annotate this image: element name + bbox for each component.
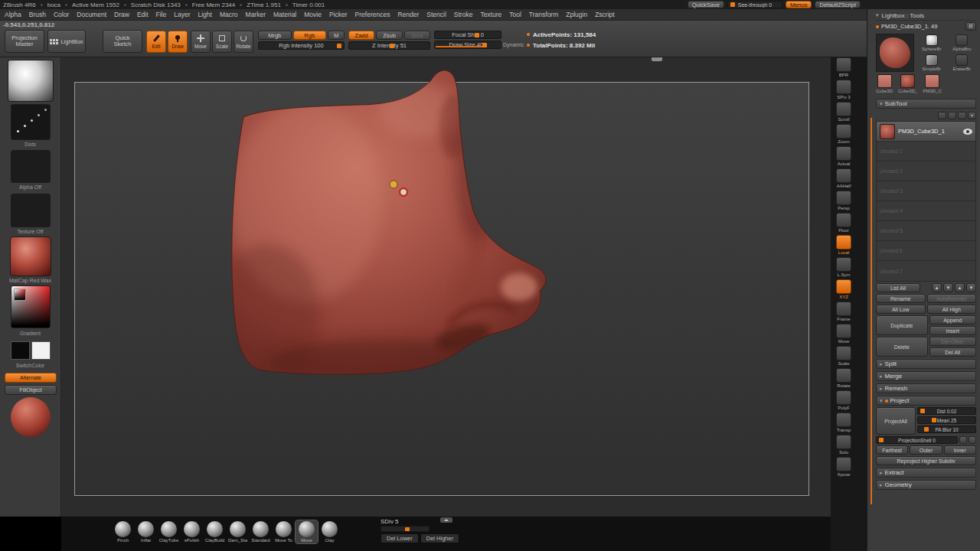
color-picker-inner-swatch[interactable] <box>14 289 26 301</box>
del-higher-button[interactable]: Del Higher <box>420 533 459 543</box>
brush-quick-item[interactable]: Inflat <box>135 520 157 543</box>
z-intensity-slider[interactable]: Z Intensity 51 <box>348 41 430 50</box>
draw-size-knob[interactable] <box>482 43 487 47</box>
brush-quick-item[interactable]: Clay <box>318 520 341 543</box>
projection-shell-slider[interactable]: ProjectionShell 0 <box>876 436 958 444</box>
right-shelf-item[interactable]: Move <box>832 324 855 344</box>
menu-item[interactable]: Transform <box>529 11 558 18</box>
sculpt-model[interactable] <box>61 57 831 517</box>
rgb-intensity-slider[interactable]: Rgb Intensity 100 <box>258 41 345 50</box>
menu-item[interactable]: Picker <box>329 11 348 18</box>
insert-button[interactable]: Insert <box>929 326 977 335</box>
subtool-row[interactable]: Unused 6 <box>877 241 975 261</box>
project-all-button[interactable]: ProjectAll <box>876 407 916 435</box>
switch-color-secondary-swatch[interactable] <box>31 341 51 360</box>
delete-button[interactable]: Delete <box>876 337 928 357</box>
lightbox-button[interactable]: LightBox <box>47 30 86 53</box>
z-intensity-knob[interactable] <box>390 44 394 48</box>
see-through-knob[interactable] <box>730 2 735 7</box>
quick-tool-item[interactable]: SphereBr <box>917 34 946 52</box>
geometry-section-header[interactable]: ▸ Geometry <box>876 480 976 490</box>
draw-button[interactable]: Draw <box>168 31 188 53</box>
right-shelf-item[interactable]: PolyF <box>832 390 855 410</box>
right-shelf-item[interactable]: Local <box>832 235 855 255</box>
subtool-row[interactable]: Unused 4 <box>877 201 975 221</box>
recent-tool-item[interactable]: PM3D_C <box>923 74 941 93</box>
menu-item[interactable]: Zplugin <box>566 11 587 18</box>
rgb-intensity-knob[interactable] <box>337 44 341 48</box>
rename-button[interactable]: Rename <box>876 294 926 303</box>
current-material-thumbnail[interactable] <box>10 236 51 276</box>
menu-item[interactable]: Stroke <box>454 11 473 18</box>
autoreorder-button[interactable]: AutoReorder <box>927 294 977 303</box>
quick-tool-item[interactable]: AlphaBru <box>948 34 977 52</box>
menu-item[interactable]: Preferences <box>355 11 390 18</box>
brush-quick-item[interactable]: ClayTube <box>158 520 180 543</box>
pa-blur-slider[interactable]: PA Blur 10 <box>917 425 976 433</box>
duplicate-button[interactable]: Duplicate <box>876 315 928 335</box>
mean-knob[interactable] <box>932 418 936 422</box>
brush-quick-item[interactable]: Pinch <box>112 520 134 543</box>
default-zscript-button[interactable]: DefaultZScript <box>815 1 861 8</box>
move-button[interactable]: Move <box>191 31 211 53</box>
outer-button[interactable]: Outer <box>910 445 942 455</box>
menu-item[interactable]: Marker <box>246 11 266 18</box>
right-shelf-item[interactable]: BPR <box>832 57 855 77</box>
mrgb-button[interactable]: Mrgb <box>258 31 292 40</box>
recent-tool-item[interactable]: Cube3D <box>876 74 893 93</box>
menu-item[interactable]: Light <box>198 11 212 18</box>
scale-button[interactable]: Scale <box>212 31 232 53</box>
merge-section-header[interactable]: ▸ Merge <box>876 371 976 381</box>
rotate-button[interactable]: Rotate <box>234 31 253 53</box>
tray-header[interactable]: ▾ Lightbox : Tools <box>876 11 976 21</box>
canvas-top-divider-handle[interactable] <box>652 57 662 61</box>
right-shelf-item[interactable]: Frame <box>832 302 855 321</box>
del-all-button[interactable]: Del All <box>929 347 977 357</box>
brush-quick-item[interactable]: ClayBuild <box>204 520 226 543</box>
see-through-slider[interactable]: See-through 0 <box>727 1 782 8</box>
right-shelf-item[interactable]: Rotate <box>832 368 855 388</box>
brush-quick-item[interactable]: Move <box>296 520 318 543</box>
dynamic-toggle[interactable]: Dynamic <box>503 41 524 49</box>
shell-mode-button-2[interactable] <box>969 436 976 444</box>
del-lower-button[interactable]: Del Lower <box>381 533 419 543</box>
zadd-button[interactable]: Zadd <box>348 31 374 40</box>
draw-size-slider[interactable]: Draw Size 401 <box>434 41 501 49</box>
all-low-button[interactable]: All Low <box>876 305 926 314</box>
menu-item[interactable]: Alpha <box>5 11 21 18</box>
menu-item[interactable]: Color <box>54 11 69 18</box>
list-all-button[interactable]: List All <box>876 283 920 292</box>
right-shelf-item[interactable]: Actual <box>832 146 855 166</box>
subtool-row[interactable]: Unused 5 <box>877 221 975 241</box>
menu-item[interactable]: Stencil <box>426 11 446 18</box>
document-canvas[interactable] <box>61 57 831 517</box>
visibility-eye-icon[interactable] <box>963 129 972 135</box>
subtool-move-down-button[interactable]: ▼ <box>966 283 976 292</box>
subtool-row[interactable]: Unused 7 <box>877 261 975 281</box>
m-button[interactable]: M <box>328 31 345 40</box>
subtool-row[interactable]: PM3D_Cube3D_1 <box>877 122 975 142</box>
right-shelf-item[interactable]: L.Sym <box>832 257 855 277</box>
right-shelf-item[interactable]: Xpose <box>832 457 855 477</box>
subtool-row[interactable]: Unused 1 <box>877 142 975 161</box>
subtool-section-header[interactable]: ▾ SubTool <box>876 99 976 109</box>
right-shelf-item[interactable]: SPix 3 <box>832 80 855 99</box>
mean-slider[interactable]: Mean 25 <box>917 416 976 424</box>
menu-item[interactable]: Texture <box>480 11 501 18</box>
extract-section-header[interactable]: ▸ Extract <box>876 468 976 478</box>
brush-quick-item[interactable]: Move To <box>273 520 295 543</box>
reproject-higher-subdiv-button[interactable]: Reproject Higher Subdiv <box>876 456 976 465</box>
focal-shift-knob[interactable] <box>475 33 479 37</box>
projection-shell-knob[interactable] <box>879 438 884 442</box>
right-shelf-item[interactable]: XYZ <box>832 279 855 299</box>
subtool-view-icon-2[interactable] <box>948 112 956 119</box>
right-shelf-item[interactable]: Persp <box>832 191 855 210</box>
rgb-button[interactable]: Rgb <box>293 31 327 40</box>
remesh-section-header[interactable]: ▸ Remesh <box>876 383 976 393</box>
edit-button[interactable]: Edit <box>146 31 166 53</box>
current-stroke-thumbnail[interactable] <box>11 104 51 140</box>
menu-item[interactable]: Macro <box>220 11 238 18</box>
pa-blur-knob[interactable] <box>924 427 929 432</box>
menu-item[interactable]: Layer <box>174 11 190 18</box>
current-tool-thumbnail[interactable] <box>876 34 914 72</box>
